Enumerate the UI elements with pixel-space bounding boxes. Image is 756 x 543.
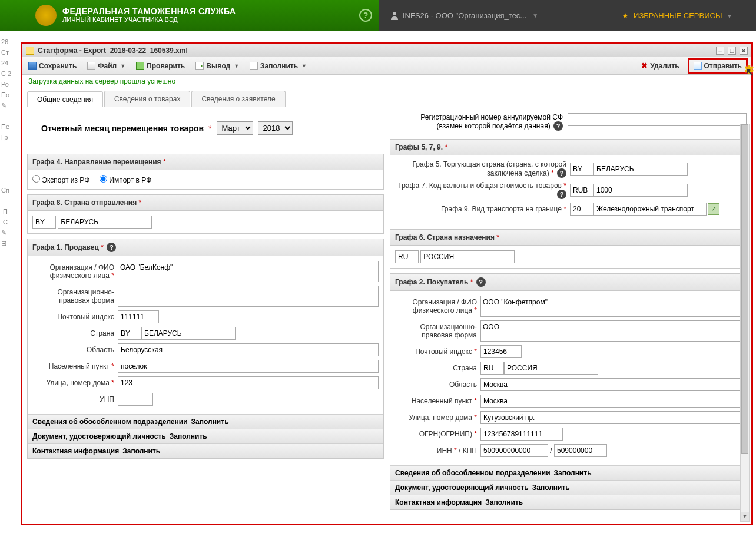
lookup-button[interactable]: ↗	[708, 203, 719, 215]
g1-ctr-name-input[interactable]	[141, 327, 236, 340]
output-menu[interactable]: Вывод▼	[193, 61, 241, 71]
window-title: Статформа - Export_2018-03-22_160539.xml	[38, 47, 188, 55]
report-month-label: Отчетный месяц перемещения товаров	[41, 124, 204, 133]
send-button[interactable]: Отправить	[691, 61, 744, 71]
g2-form-input[interactable]: ООО	[480, 320, 741, 342]
panel-g6: Графа 6. Страна назначения *	[390, 229, 747, 269]
scroll-down-icon[interactable]: ▾	[741, 512, 749, 521]
tab-general[interactable]: Общие сведения	[27, 91, 103, 107]
file-icon	[87, 62, 95, 70]
reg-label-1: Регистрационный номер аннулируемой СФ	[420, 113, 563, 121]
g6-name-input[interactable]	[420, 250, 515, 263]
reg-number-input[interactable]	[568, 113, 747, 126]
help-icon[interactable]: ?	[107, 243, 116, 252]
star-icon: ★	[622, 11, 629, 20]
g2-city-input[interactable]	[480, 395, 741, 408]
g1-zip-input[interactable]	[118, 310, 159, 323]
help-icon[interactable]: ?	[553, 121, 563, 131]
panel-g1: Графа 1. Продавец * ? Организация / ФИО …	[27, 239, 384, 459]
g1-header: Графа 1. Продавец	[32, 243, 99, 251]
minimize-button[interactable]: –	[716, 47, 724, 55]
chevron-down-icon: ▼	[120, 63, 125, 69]
fill-icon	[250, 62, 258, 70]
g1-org-label: Организация / ФИО физического лица *	[32, 263, 118, 280]
fill-menu[interactable]: Заполнить▼	[247, 61, 309, 71]
g2-reg-label: Область	[395, 380, 480, 389]
g1-dep-button[interactable]: Сведения об обособленном подразделенииЗа…	[28, 414, 383, 429]
chevron-down-icon: ▼	[532, 12, 538, 19]
g2-reg-input[interactable]	[480, 378, 741, 391]
g1-unp-input[interactable]	[118, 393, 153, 406]
save-icon	[28, 62, 37, 70]
check-button[interactable]: Проверить	[134, 61, 187, 71]
g2-org-label: Организация / ФИО физического лица *	[395, 298, 480, 314]
scrollbar-thumb[interactable]	[741, 124, 748, 454]
help-icon[interactable]: ?	[557, 190, 566, 199]
g2-ctr-code-input[interactable]	[480, 362, 504, 375]
g2-ctr-name-input[interactable]	[504, 362, 598, 375]
g1-ctr-code-input[interactable]	[118, 327, 141, 340]
tab-bar: Общие сведения Сведения о товарах Сведен…	[27, 91, 747, 107]
save-button[interactable]: Сохранить	[26, 61, 79, 71]
reg-label-2: (взамен которой подаётся данная)	[437, 122, 551, 130]
g2-zip-input[interactable]	[480, 345, 522, 358]
help-icon[interactable]: ?	[476, 277, 486, 287]
g8-code-input[interactable]	[32, 216, 56, 229]
g2-dep-button[interactable]: Сведения об обособленном подразделенииЗа…	[390, 465, 746, 480]
check-icon	[136, 62, 144, 70]
g1-ctr-label: Страна	[32, 329, 118, 337]
g1-street-label: Улица, номер дома *	[32, 379, 118, 387]
g7-code-input[interactable]	[570, 184, 593, 197]
g6-header: Графа 6. Страна назначения	[395, 233, 495, 241]
g1-reg-input[interactable]	[118, 343, 379, 356]
chevron-down-icon: ▼	[234, 63, 239, 69]
panel-g579: Графы 5, 7, 9. * Графа 5. Торгующая стра…	[390, 139, 747, 224]
g2-kpp-input[interactable]	[554, 444, 607, 457]
g5-code-input[interactable]	[570, 163, 593, 176]
maximize-button[interactable]: □	[728, 47, 736, 55]
g7-value-input[interactable]	[593, 184, 688, 197]
favorites-menu[interactable]: ★ ИЗБРАННЫЕ СЕРВИСЫ ▼	[622, 11, 756, 20]
g2-doc-button[interactable]: Документ, удостоверяющий личностьЗаполни…	[390, 480, 746, 495]
tab-applicant[interactable]: Сведения о заявителе	[191, 91, 285, 107]
g5-name-input[interactable]	[593, 163, 688, 176]
document-window: Статформа - Export_2018-03-22_160539.xml…	[21, 42, 753, 525]
g2-ogrn-input[interactable]	[480, 428, 563, 441]
g2-street-input[interactable]	[480, 411, 741, 424]
reg-number-row: Регистрационный номер аннулируемой СФ (в…	[390, 113, 747, 131]
g2-org-input[interactable]: ООО "Конфетпром"	[480, 296, 741, 317]
g1-city-label: Населенный пункт *	[32, 362, 118, 370]
g1-doc-button[interactable]: Документ, удостоверяющий личностьЗаполни…	[28, 429, 383, 443]
close-button[interactable]: ×	[740, 47, 748, 55]
import-radio[interactable]	[100, 175, 107, 183]
delete-button[interactable]: ✖Удалить	[639, 60, 681, 71]
g9-name-input[interactable]	[593, 203, 707, 216]
status-message: Загрузка данных на сервер прошла успешно	[22, 75, 751, 88]
tab-goods[interactable]: Сведения о товарах	[104, 91, 190, 107]
g1-city-input[interactable]	[118, 360, 379, 373]
vertical-scrollbar[interactable]: ▾	[740, 124, 750, 522]
year-select[interactable]: 2018	[258, 121, 293, 135]
g8-header: Графа 8. Страна отправления	[32, 198, 137, 207]
panel-g2: Графа 2. Покупатель * ? Организация / ФИ…	[390, 273, 747, 510]
g1-street-input[interactable]	[118, 376, 379, 389]
month-select[interactable]: Март	[217, 121, 253, 135]
g1-contact-button[interactable]: Контактная информацияЗаполнить	[28, 443, 383, 458]
import-radio-label[interactable]: Импорт в РФ	[100, 176, 151, 184]
g1-org-input[interactable]: ОАО "БелКонф"	[118, 261, 379, 282]
g9-code-input[interactable]	[570, 203, 593, 216]
g8-name-input[interactable]	[58, 216, 152, 229]
app-title: ФЕДЕРАЛЬНАЯ ТАМОЖЕННАЯ СЛУЖБА ЛИЧНЫЙ КАБ…	[62, 7, 236, 24]
export-radio[interactable]	[32, 175, 40, 183]
export-radio-label[interactable]: Экспорт из РФ	[32, 176, 89, 184]
help-icon[interactable]: ?	[557, 168, 566, 178]
g6-code-input[interactable]	[395, 250, 419, 263]
help-icon[interactable]: ?	[359, 9, 372, 22]
file-menu[interactable]: Файл▼	[85, 61, 128, 71]
g2-contact-button[interactable]: Контактная информацияЗаполнить	[390, 495, 746, 509]
g1-form-input[interactable]	[118, 286, 379, 307]
app-title-sub: ЛИЧНЫЙ КАБИНЕТ УЧАСТНИКА ВЭД	[62, 16, 178, 23]
g2-inn-input[interactable]	[480, 444, 548, 457]
user-menu[interactable]: INFS26 - ООО "Организация_тес... ▼	[379, 11, 549, 20]
toolbar: Сохранить Файл▼ Проверить Вывод▼ Заполни…	[22, 57, 751, 75]
